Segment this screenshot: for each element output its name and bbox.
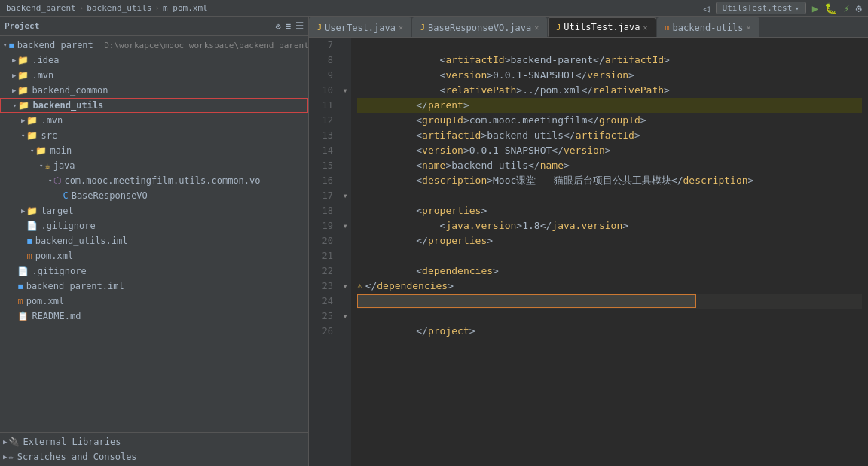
gutter-19[interactable]: ▾ — [339, 218, 351, 233]
sidebar-item-readme[interactable]: ▶ 📋 README.md — [0, 309, 308, 324]
folder-icon-mvn: 📁 — [17, 70, 29, 81]
package-icon: ⬡ — [53, 175, 61, 186]
sidebar-item-gitignore1[interactable]: ▶ 📄 .gitignore — [0, 218, 308, 233]
sidebar-collapse-icon[interactable]: ≡ — [286, 21, 291, 32]
sidebar-item-ext-libraries[interactable]: ▶ 🔌 External Libraries — [0, 434, 308, 449]
tab-label-utilstest: UtilsTest.java — [564, 22, 640, 32]
code-line-24[interactable] — [357, 294, 862, 309]
cursor-input-box[interactable] — [357, 294, 696, 308]
gitignore2-label: .gitignore — [32, 266, 86, 276]
gutter-11 — [339, 98, 351, 113]
sidebar-item-mvn[interactable]: ▶ 📁 .mvn — [0, 68, 308, 83]
ext-lib-icon: 🔌 — [8, 437, 20, 447]
pom-xml-utils-label: pom.xml — [35, 251, 74, 261]
line-numbers: 7 8 9 10 11 12 13 14 15 16 17 18 19 20 2… — [309, 38, 339, 466]
tab-usertest[interactable]: J UserTest.java ✕ — [309, 17, 411, 37]
run-config[interactable]: UtilsTest.test ▾ — [716, 2, 806, 14]
sidebar-item-mvn2[interactable]: ▶ 📁 .mvn — [0, 113, 308, 128]
sidebar-settings-icon[interactable]: ⚙ — [276, 21, 281, 32]
gutter-15 — [339, 158, 351, 173]
sidebar-item-backend-parent-iml[interactable]: ▶ ◼ backend_parent.iml — [0, 279, 308, 294]
sidebar-item-java[interactable]: ▾ ☕ java — [0, 158, 308, 173]
breadcrumb-pom[interactable]: m pom.xml — [163, 3, 208, 13]
file-icon-gitignore2: 📄 — [17, 266, 29, 276]
tab-close-usertest[interactable]: ✕ — [399, 23, 403, 32]
sidebar-item-base-response-vo[interactable]: ▶ C BaseResponseVO — [0, 188, 308, 203]
gutter-23[interactable]: ▾ — [339, 279, 351, 294]
sidebar-item-main[interactable]: ▾ 📁 main — [0, 143, 308, 158]
sidebar-item-pom-xml-utils[interactable]: ▶ m pom.xml — [0, 248, 308, 263]
expand-arrow-ext: ▶ — [3, 438, 7, 446]
sidebar-item-backend-utils[interactable]: ▾ 📁 backend_utils — [0, 98, 308, 113]
sidebar-item-pom-xml-parent[interactable]: ▶ m pom.xml — [0, 294, 308, 309]
folder-icon-target: 📁 — [26, 206, 38, 216]
main-label: main — [50, 145, 72, 156]
settings-icon[interactable]: ⚙ — [856, 2, 862, 14]
backend-common-label: backend_common — [32, 85, 108, 96]
sidebar-item-backend-utils-iml[interactable]: ▶ ◼ backend_utils.iml — [0, 233, 308, 248]
file-icon-gitignore1: 📄 — [26, 221, 38, 231]
gutter-18 — [339, 203, 351, 218]
gutter-12 — [339, 113, 351, 128]
ext-libraries-label: External Libraries — [23, 437, 121, 447]
expand-arrow-backend-parent: ▾ — [3, 41, 7, 49]
tab-backend-utils[interactable]: m backend-utils ✕ — [657, 17, 760, 37]
code-editor[interactable]: 7 8 9 10 11 12 13 14 15 16 17 18 19 20 2… — [309, 38, 868, 466]
run-config-dropdown-icon[interactable]: ▾ — [795, 5, 799, 12]
sidebar-expand-icon[interactable]: ☰ — [295, 21, 304, 32]
breadcrumb-backend-parent[interactable]: backend_parent — [6, 3, 76, 13]
ln-8: 8 — [312, 53, 333, 68]
sidebar-item-com-pkg[interactable]: ▾ ⬡ com.mooc.meetingfilm.utils.common.vo — [0, 173, 308, 188]
scratches-icon: ✏ — [8, 452, 14, 462]
gutter-7 — [339, 38, 351, 53]
java-folder-icon: ☕ — [44, 160, 50, 171]
ln-15: 15 — [312, 158, 333, 173]
tab-utilstest[interactable]: J UtilsTest.java ✕ — [548, 17, 656, 37]
gutter-13 — [339, 128, 351, 143]
gutter-24 — [339, 294, 351, 309]
folder-icon-backend-utils: 📁 — [18, 100, 29, 111]
gutter-25[interactable]: ▾ — [339, 309, 351, 324]
gutter-10[interactable]: ▾ — [339, 83, 351, 98]
ln-22: 22 — [312, 263, 333, 279]
sidebar-item-target[interactable]: ▶ 📁 target — [0, 203, 308, 218]
xml-icon-pom-utils: m — [26, 251, 32, 261]
java-label: java — [53, 160, 75, 171]
gutter: ▾ ▾ ▾ ▾ ▾ — [339, 38, 351, 466]
sidebar-item-backend-common[interactable]: ▶ 📁 backend_common — [0, 83, 308, 98]
pom-xml-parent-label: pom.xml — [26, 296, 65, 306]
gutter-17[interactable]: ▾ — [339, 188, 351, 203]
ln-21: 21 — [312, 248, 333, 263]
sidebar-title: Project — [5, 21, 39, 31]
sidebar-item-scratches[interactable]: ▶ ✏ Scratches and Consoles — [0, 449, 308, 464]
sidebar-item-src[interactable]: ▾ 📁 src — [0, 128, 308, 143]
run-config-label: UtilsTest.test — [723, 3, 793, 13]
iml-icon: ◼ — [26, 236, 32, 246]
breadcrumb-backend-utils[interactable]: backend_utils — [87, 3, 151, 13]
sidebar-item-gitignore2[interactable]: ▶ 📄 .gitignore — [0, 263, 308, 279]
sidebar-bottom-items: ▶ 🔌 External Libraries ▶ ✏ Scratches and… — [0, 432, 308, 466]
gutter-21 — [339, 248, 351, 263]
tab-baseresponsevo[interactable]: J BaseResponseVO.java ✕ — [412, 17, 547, 37]
tab-icon-backend-utils: m — [665, 23, 670, 32]
gutter-26 — [339, 324, 351, 339]
expand-arrow-src: ▾ — [21, 132, 25, 139]
sidebar-item-backend-parent[interactable]: ▾ ◼ backend_parent D:\workapce\mooc_work… — [0, 38, 308, 53]
tab-close-utilstest[interactable]: ✕ — [643, 23, 648, 32]
tab-close-backend-utils[interactable]: ✕ — [747, 23, 751, 32]
folder-icon-src: 📁 — [26, 130, 38, 141]
code-line-7: <artifactId>backend-parent</artifactId> — [357, 38, 862, 53]
code-content[interactable]: <artifactId>backend-parent</artifactId> … — [351, 38, 868, 466]
back-icon[interactable]: ◁ — [703, 2, 709, 14]
run-coverage-icon[interactable]: ⚡ — [843, 2, 849, 14]
com-pkg-label: com.mooc.meetingfilm.utils.common.vo — [64, 175, 260, 186]
debug-icon[interactable]: 🐛 — [824, 2, 837, 14]
tab-close-baseresponsevo[interactable]: ✕ — [534, 23, 539, 32]
mvn-label: .mvn — [32, 70, 53, 81]
ln-12: 12 — [312, 113, 333, 128]
ln-7: 7 — [312, 38, 333, 53]
ln-13: 13 — [312, 128, 333, 143]
sidebar-item-idea[interactable]: ▶ 📁 .idea — [0, 53, 308, 68]
folder-icon-main: 📁 — [35, 145, 47, 156]
run-icon[interactable]: ▶ — [812, 2, 818, 14]
